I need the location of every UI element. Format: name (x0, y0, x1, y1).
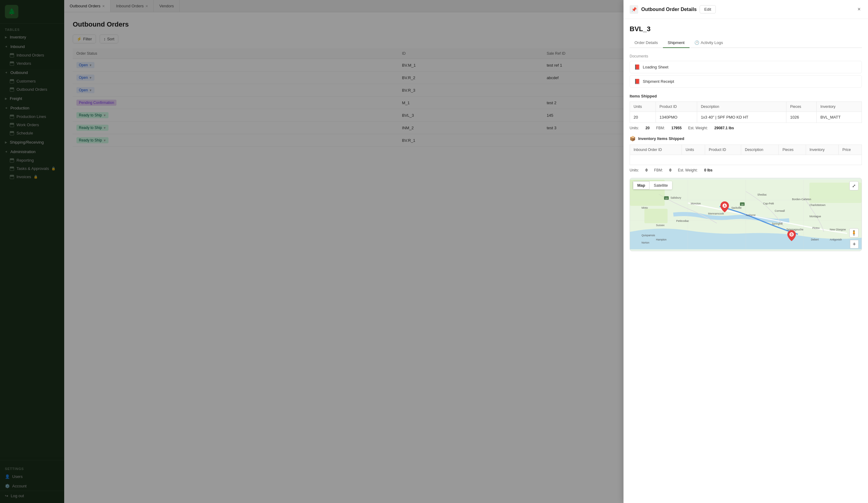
document-loading-sheet-label: Loading Sheet (643, 65, 669, 69)
svg-text:Hampton: Hampton (656, 238, 666, 241)
map-zoom-controls: + (850, 240, 858, 249)
cell-inventory: BVL_MATT (817, 112, 862, 123)
svg-text:Minto: Minto (641, 206, 648, 209)
edit-button[interactable]: Edit (700, 5, 715, 13)
map-marker-b: B (787, 230, 796, 242)
modal-header: 📌 Outbound Order Details Edit × (623, 0, 868, 19)
pin-icon: 📌 (630, 5, 638, 14)
col-inv-inventory: Inventory (806, 145, 839, 155)
summary-fbm: FBM: 17955 (656, 126, 683, 130)
modal-overlay[interactable]: 📌 Outbound Order Details Edit × BVL_3 Or… (0, 0, 868, 503)
map-person-icon[interactable]: 🧍 (849, 228, 858, 238)
items-shipped-section: Items Shipped Units Product ID Descripti… (630, 94, 862, 130)
document-shipment-receipt[interactable]: 📕 Shipment Receipt (630, 75, 862, 88)
modal-title: Outbound Order Details (641, 7, 696, 12)
modal-header-left: 📌 Outbound Order Details Edit (630, 5, 716, 14)
svg-text:Petitcodiac: Petitcodiac (676, 219, 689, 222)
items-shipped-title: Items Shipped (630, 94, 862, 98)
svg-text:Sackville: Sackville (731, 206, 742, 209)
svg-text:Shediac: Shediac (757, 193, 767, 196)
svg-text:Borden-Carleton: Borden-Carleton (792, 198, 812, 201)
modal-panel: 📌 Outbound Order Details Edit × BVL_3 Or… (623, 0, 868, 503)
svg-text:New Glasgow: New Glasgow (830, 228, 846, 231)
svg-text:Quispamsis: Quispamsis (641, 234, 655, 237)
svg-text:Sussex: Sussex (656, 224, 665, 227)
svg-text:16: 16 (741, 203, 743, 206)
col-description: Description (697, 102, 786, 112)
svg-text:Norton: Norton (641, 241, 650, 244)
col-inv-product-id: Product ID (705, 145, 741, 155)
inventory-summary: Units: 0 FBM: 0 Est. Weight: 0 lbs (630, 168, 862, 172)
svg-text:Salisbury: Salisbury (671, 196, 682, 199)
modal-tab-shipment[interactable]: Shipment (663, 38, 690, 48)
map-view-toggle: Map Satellite (633, 181, 672, 189)
inv-summary-units: Units: 0 (630, 168, 649, 172)
col-inbound-order-id: Inbound Order ID (630, 145, 682, 155)
svg-text:Amherst: Amherst (746, 213, 755, 217)
svg-text:Cap-Pelé: Cap-Pelé (763, 202, 774, 205)
documents-label: Documents (630, 54, 862, 59)
close-button[interactable]: × (856, 5, 862, 14)
col-pieces: Pieces (786, 102, 817, 112)
map-expand-button[interactable]: ⤢ (849, 181, 858, 190)
inventory-items-table: Inbound Order ID Units Product ID Descri… (630, 145, 862, 165)
inv-summary-weight: Est. Weight: 0 lbs (678, 168, 712, 172)
clock-icon: 🕐 (694, 40, 699, 45)
modal-tab-shipment-label: Shipment (668, 40, 685, 45)
items-shipped-table: Units Product ID Description Pieces Inve… (630, 102, 862, 123)
svg-rect-3 (644, 209, 668, 223)
col-inv-price: Price (839, 145, 862, 155)
svg-text:15: 15 (665, 197, 668, 200)
svg-text:Springhill: Springhill (772, 222, 783, 225)
pdf-icon: 📕 (634, 78, 640, 84)
box-icon: 📦 (630, 136, 636, 142)
cell-description: 1x3 40" | SPF PMO KD HT (697, 112, 786, 123)
pdf-icon: 📕 (634, 64, 640, 70)
svg-text:Antigonish: Antigonish (830, 238, 842, 241)
map-zoom-in[interactable]: + (850, 240, 858, 249)
col-product-id: Product ID (655, 102, 697, 112)
inventory-items-header: 📦 Inventory Items Shipped (630, 136, 862, 142)
svg-text:Charlottetown: Charlottetown (809, 203, 826, 207)
svg-text:A: A (723, 204, 726, 208)
col-inv-units: Units (682, 145, 705, 155)
modal-tab-activity-logs-label: Activity Logs (701, 40, 723, 45)
map-marker-a: A (720, 201, 729, 213)
summary-weight: Est. Weight: 29087.1 lbs (688, 126, 734, 130)
items-shipped-summary: Units: 20 FBM: 17955 Est. Weight: 29087.… (630, 126, 862, 130)
modal-tab-order-details[interactable]: Order Details (630, 38, 663, 48)
svg-text:Cornwall: Cornwall (775, 209, 785, 212)
map-toggle-satellite[interactable]: Satellite (650, 181, 672, 189)
cell-units: 20 (630, 112, 656, 123)
document-shipment-receipt-label: Shipment Receipt (643, 79, 674, 84)
col-inventory: Inventory (817, 102, 862, 112)
modal-tab-order-details-label: Order Details (634, 40, 658, 45)
svg-text:Debert: Debert (811, 238, 819, 241)
modal-body: BVL_3 Order Details Shipment 🕐 Activity … (623, 19, 868, 503)
inv-summary-fbm: FBM: 0 (654, 168, 672, 172)
cell-product-id: 1340PMO (655, 112, 697, 123)
table-row: 20 1340PMO 1x3 40" | SPF PMO KD HT 1026 … (630, 112, 862, 123)
svg-text:Pictou: Pictou (813, 227, 820, 230)
map-container: Minto Salisbury Moncton Memramcook Sackv… (630, 178, 862, 251)
inventory-items-title: Inventory Items Shipped (638, 136, 684, 141)
cell-pieces: 1026 (786, 112, 817, 123)
summary-units: Units: 20 (630, 126, 651, 130)
svg-text:Montague: Montague (809, 215, 821, 218)
modal-tabs: Order Details Shipment 🕐 Activity Logs (630, 38, 862, 48)
col-inv-description: Description (741, 145, 779, 155)
col-units: Units (630, 102, 656, 112)
map-toggle-map[interactable]: Map (633, 181, 650, 189)
document-loading-sheet[interactable]: 📕 Loading Sheet (630, 61, 862, 73)
inventory-items-section: 📦 Inventory Items Shipped Inbound Order … (630, 136, 862, 172)
svg-text:Moncton: Moncton (691, 202, 701, 205)
modal-tab-activity-logs[interactable]: 🕐 Activity Logs (690, 38, 728, 48)
empty-row (630, 155, 862, 165)
svg-text:B: B (791, 233, 793, 236)
col-inv-pieces: Pieces (779, 145, 806, 155)
modal-order-id: BVL_3 (630, 25, 862, 33)
